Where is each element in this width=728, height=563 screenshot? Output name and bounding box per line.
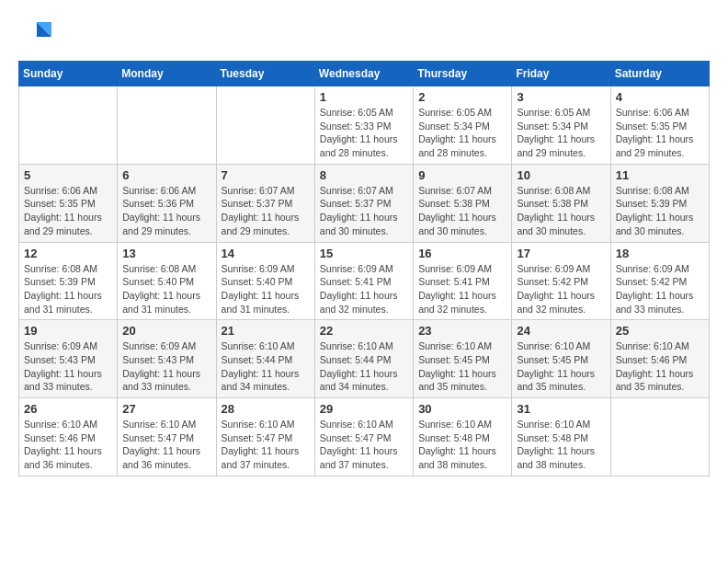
day-number: 8 bbox=[320, 168, 408, 182]
week-row-2: 5Sunrise: 6:06 AMSunset: 5:35 PMDaylight… bbox=[19, 164, 710, 242]
calendar-cell: 12Sunrise: 6:08 AMSunset: 5:39 PMDayligh… bbox=[19, 242, 118, 320]
calendar-cell: 24Sunrise: 6:10 AMSunset: 5:45 PMDayligh… bbox=[512, 320, 610, 398]
day-number: 16 bbox=[418, 247, 506, 260]
week-row-3: 12Sunrise: 6:08 AMSunset: 5:39 PMDayligh… bbox=[19, 242, 710, 320]
calendar-cell: 20Sunrise: 6:09 AMSunset: 5:43 PMDayligh… bbox=[118, 320, 216, 398]
day-number: 28 bbox=[222, 402, 310, 416]
week-row-4: 19Sunrise: 6:09 AMSunset: 5:43 PMDayligh… bbox=[19, 320, 710, 398]
day-info: Sunrise: 6:06 AMSunset: 5:36 PMDaylight:… bbox=[122, 184, 210, 238]
calendar-cell: 18Sunrise: 6:09 AMSunset: 5:42 PMDayligh… bbox=[610, 242, 709, 320]
logo bbox=[18, 18, 51, 52]
day-number: 27 bbox=[122, 402, 210, 416]
calendar-cell: 2Sunrise: 6:05 AMSunset: 5:34 PMDaylight… bbox=[414, 86, 512, 165]
day-info: Sunrise: 6:05 AMSunset: 5:34 PMDaylight:… bbox=[418, 106, 506, 160]
calendar-cell: 28Sunrise: 6:10 AMSunset: 5:47 PMDayligh… bbox=[216, 398, 314, 477]
day-info: Sunrise: 6:09 AMSunset: 5:42 PMDaylight:… bbox=[616, 262, 704, 316]
day-number: 12 bbox=[24, 247, 112, 260]
calendar-cell: 25Sunrise: 6:10 AMSunset: 5:46 PMDayligh… bbox=[610, 320, 709, 398]
day-number: 21 bbox=[222, 324, 310, 338]
day-info: Sunrise: 6:10 AMSunset: 5:45 PMDaylight:… bbox=[418, 339, 506, 394]
day-number: 11 bbox=[616, 168, 704, 182]
day-info: Sunrise: 6:10 AMSunset: 5:48 PMDaylight:… bbox=[517, 418, 605, 472]
day-number: 29 bbox=[320, 402, 408, 416]
calendar-cell: 13Sunrise: 6:08 AMSunset: 5:40 PMDayligh… bbox=[118, 242, 216, 320]
day-info: Sunrise: 6:09 AMSunset: 5:42 PMDaylight:… bbox=[517, 262, 605, 316]
day-info: Sunrise: 6:10 AMSunset: 5:47 PMDaylight:… bbox=[122, 418, 210, 472]
day-number: 30 bbox=[418, 402, 506, 416]
day-number: 10 bbox=[517, 168, 605, 182]
day-info: Sunrise: 6:05 AMSunset: 5:34 PMDaylight:… bbox=[517, 106, 605, 160]
calendar-cell: 17Sunrise: 6:09 AMSunset: 5:42 PMDayligh… bbox=[512, 242, 610, 320]
calendar-cell bbox=[216, 86, 314, 165]
day-number: 9 bbox=[418, 168, 506, 182]
calendar-cell: 29Sunrise: 6:10 AMSunset: 5:47 PMDayligh… bbox=[314, 398, 413, 477]
day-number: 17 bbox=[517, 247, 605, 260]
day-number: 14 bbox=[222, 247, 310, 260]
calendar-cell: 9Sunrise: 6:07 AMSunset: 5:38 PMDaylight… bbox=[414, 164, 512, 242]
day-info: Sunrise: 6:09 AMSunset: 5:43 PMDaylight:… bbox=[24, 339, 112, 394]
calendar-cell: 16Sunrise: 6:09 AMSunset: 5:41 PMDayligh… bbox=[414, 242, 512, 320]
day-info: Sunrise: 6:07 AMSunset: 5:37 PMDaylight:… bbox=[320, 184, 408, 238]
day-info: Sunrise: 6:06 AMSunset: 5:35 PMDaylight:… bbox=[24, 184, 112, 238]
day-number: 18 bbox=[616, 247, 704, 260]
day-info: Sunrise: 6:10 AMSunset: 5:47 PMDaylight:… bbox=[320, 418, 408, 472]
day-number: 23 bbox=[418, 324, 506, 338]
day-info: Sunrise: 6:08 AMSunset: 5:39 PMDaylight:… bbox=[616, 184, 704, 238]
day-number: 6 bbox=[122, 168, 210, 182]
day-info: Sunrise: 6:07 AMSunset: 5:37 PMDaylight:… bbox=[222, 184, 310, 238]
weekday-header-friday: Friday bbox=[512, 62, 610, 86]
calendar-cell: 11Sunrise: 6:08 AMSunset: 5:39 PMDayligh… bbox=[610, 164, 709, 242]
calendar-table: SundayMondayTuesdayWednesdayThursdayFrid… bbox=[18, 61, 710, 477]
calendar-cell: 30Sunrise: 6:10 AMSunset: 5:48 PMDayligh… bbox=[414, 398, 512, 477]
day-info: Sunrise: 6:05 AMSunset: 5:33 PMDaylight:… bbox=[320, 106, 408, 160]
header bbox=[18, 18, 710, 52]
day-info: Sunrise: 6:10 AMSunset: 5:44 PMDaylight:… bbox=[320, 339, 408, 394]
weekday-header-wednesday: Wednesday bbox=[314, 62, 413, 86]
week-row-5: 26Sunrise: 6:10 AMSunset: 5:46 PMDayligh… bbox=[19, 398, 710, 477]
day-number: 15 bbox=[320, 247, 408, 260]
logo-icon bbox=[18, 18, 51, 52]
day-info: Sunrise: 6:06 AMSunset: 5:35 PMDaylight:… bbox=[616, 106, 704, 160]
calendar-cell: 21Sunrise: 6:10 AMSunset: 5:44 PMDayligh… bbox=[216, 320, 314, 398]
day-info: Sunrise: 6:10 AMSunset: 5:47 PMDaylight:… bbox=[222, 418, 310, 472]
weekday-header-sunday: Sunday bbox=[19, 62, 118, 86]
calendar-cell: 8Sunrise: 6:07 AMSunset: 5:37 PMDaylight… bbox=[314, 164, 413, 242]
calendar-cell: 23Sunrise: 6:10 AMSunset: 5:45 PMDayligh… bbox=[414, 320, 512, 398]
weekday-header-monday: Monday bbox=[118, 62, 216, 86]
day-info: Sunrise: 6:09 AMSunset: 5:41 PMDaylight:… bbox=[320, 262, 408, 316]
day-info: Sunrise: 6:08 AMSunset: 5:38 PMDaylight:… bbox=[517, 184, 605, 238]
day-number: 24 bbox=[517, 324, 605, 338]
day-info: Sunrise: 6:09 AMSunset: 5:41 PMDaylight:… bbox=[418, 262, 506, 316]
calendar-cell: 27Sunrise: 6:10 AMSunset: 5:47 PMDayligh… bbox=[118, 398, 216, 477]
weekday-header-thursday: Thursday bbox=[414, 62, 512, 86]
day-number: 2 bbox=[418, 90, 506, 104]
day-info: Sunrise: 6:10 AMSunset: 5:46 PMDaylight:… bbox=[24, 418, 112, 472]
day-info: Sunrise: 6:10 AMSunset: 5:46 PMDaylight:… bbox=[616, 339, 704, 394]
calendar-cell: 4Sunrise: 6:06 AMSunset: 5:35 PMDaylight… bbox=[610, 86, 709, 165]
week-row-1: 1Sunrise: 6:05 AMSunset: 5:33 PMDaylight… bbox=[19, 86, 710, 165]
day-info: Sunrise: 6:10 AMSunset: 5:44 PMDaylight:… bbox=[222, 339, 310, 394]
calendar-cell bbox=[118, 86, 216, 165]
calendar-cell: 5Sunrise: 6:06 AMSunset: 5:35 PMDaylight… bbox=[19, 164, 118, 242]
calendar-cell: 14Sunrise: 6:09 AMSunset: 5:40 PMDayligh… bbox=[216, 242, 314, 320]
day-info: Sunrise: 6:07 AMSunset: 5:38 PMDaylight:… bbox=[418, 184, 506, 238]
day-number: 3 bbox=[517, 90, 605, 104]
calendar-cell: 19Sunrise: 6:09 AMSunset: 5:43 PMDayligh… bbox=[19, 320, 118, 398]
day-number: 22 bbox=[320, 324, 408, 338]
day-number: 20 bbox=[122, 324, 210, 338]
day-number: 13 bbox=[122, 247, 210, 260]
day-info: Sunrise: 6:08 AMSunset: 5:40 PMDaylight:… bbox=[122, 262, 210, 316]
day-number: 1 bbox=[320, 90, 408, 104]
weekday-header-row: SundayMondayTuesdayWednesdayThursdayFrid… bbox=[19, 62, 710, 86]
calendar-cell bbox=[610, 398, 709, 477]
day-number: 5 bbox=[24, 168, 112, 182]
calendar-cell bbox=[19, 86, 118, 165]
calendar-cell: 6Sunrise: 6:06 AMSunset: 5:36 PMDaylight… bbox=[118, 164, 216, 242]
weekday-header-tuesday: Tuesday bbox=[216, 62, 314, 86]
calendar-cell: 15Sunrise: 6:09 AMSunset: 5:41 PMDayligh… bbox=[314, 242, 413, 320]
calendar-cell: 3Sunrise: 6:05 AMSunset: 5:34 PMDaylight… bbox=[512, 86, 610, 165]
day-number: 19 bbox=[24, 324, 112, 338]
day-info: Sunrise: 6:08 AMSunset: 5:39 PMDaylight:… bbox=[24, 262, 112, 316]
day-info: Sunrise: 6:10 AMSunset: 5:45 PMDaylight:… bbox=[517, 339, 605, 394]
day-info: Sunrise: 6:10 AMSunset: 5:48 PMDaylight:… bbox=[418, 418, 506, 472]
